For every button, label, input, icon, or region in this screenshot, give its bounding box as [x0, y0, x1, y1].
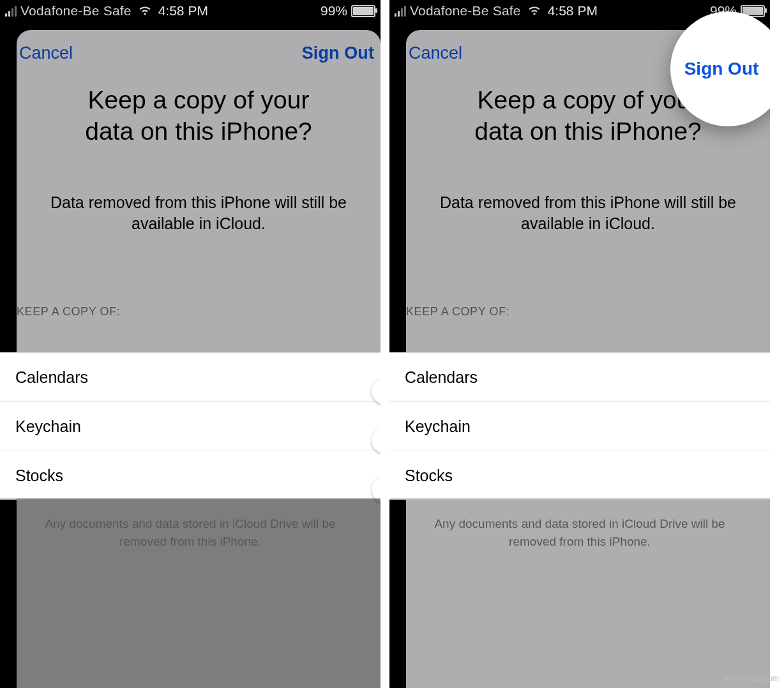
sheet-title: Keep a copy of your data on this iPhone?	[17, 76, 381, 147]
list-item-calendars: Calendars	[0, 353, 381, 401]
cellular-signal-icon	[5, 6, 17, 17]
wifi-icon	[527, 4, 541, 19]
keep-copy-list: Calendars Keychain Stocks	[389, 352, 770, 500]
watermark: www.deuaq.com	[723, 674, 779, 683]
clock-label: 4:58 PM	[548, 3, 598, 19]
cancel-button[interactable]: Cancel	[406, 40, 465, 67]
subtitle-line-1: Data removed from this iPhone will still…	[440, 193, 736, 211]
status-bar: Vodafone-Be Safe 4:58 PM 99%	[0, 0, 381, 22]
subtitle-line-2: available in iCloud.	[521, 214, 655, 232]
section-header: KEEP A COPY OF:	[17, 235, 381, 325]
keep-copy-list: Calendars Keychain Stocks	[0, 352, 381, 500]
sheet-footer: Any documents and data stored in iCloud …	[0, 498, 381, 550]
list-item-label: Stocks	[15, 467, 63, 485]
footer-line-1: Any documents and data stored in iCloud …	[45, 517, 335, 530]
battery-pct-label: 99%	[320, 3, 347, 19]
cancel-button[interactable]: Cancel	[17, 40, 75, 67]
list-item-label: Stocks	[405, 467, 453, 485]
list-item-label: Keychain	[405, 417, 471, 436]
sheet-subtitle: Data removed from this iPhone will still…	[406, 147, 770, 236]
sheet-nav: Cancel Sign Out	[17, 30, 381, 76]
subtitle-line-2: available in iCloud.	[132, 214, 266, 232]
clock-label: 4:58 PM	[158, 3, 208, 19]
list-item-label: Calendars	[405, 368, 478, 387]
battery-icon	[351, 5, 375, 17]
list-item-stocks: Stocks	[0, 451, 381, 500]
list-item-stocks: Stocks	[389, 451, 770, 500]
footer-line-2: removed from this iPhone.	[509, 535, 651, 548]
title-line-1: Keep a copy of your	[478, 86, 699, 114]
list-item-keychain: Keychain	[0, 401, 381, 451]
subtitle-line-1: Data removed from this iPhone will still…	[50, 193, 347, 211]
list-item-label: Keychain	[15, 417, 81, 436]
screenshot-right: Vodafone-Be Safe 4:58 PM 99% Cancel Sign…	[389, 0, 770, 688]
wifi-icon	[138, 4, 152, 19]
signout-button[interactable]: Sign Out	[684, 59, 759, 79]
sheet-footer: Any documents and data stored in iCloud …	[389, 498, 770, 550]
title-line-1: Keep a copy of your	[88, 86, 310, 114]
screenshot-left: Vodafone-Be Safe 4:58 PM 99% Cancel Sign…	[0, 0, 381, 688]
footer-line-1: Any documents and data stored in iCloud …	[434, 517, 725, 530]
title-line-2: data on this iPhone?	[474, 117, 702, 145]
list-item-label: Calendars	[15, 368, 88, 387]
carrier-label: Vodafone-Be Safe	[410, 3, 521, 19]
footer-line-2: removed from this iPhone.	[119, 535, 261, 548]
list-item-calendars: Calendars	[389, 353, 770, 401]
title-line-2: data on this iPhone?	[85, 117, 312, 145]
cellular-signal-icon	[395, 6, 406, 17]
signout-button[interactable]: Sign Out	[299, 40, 377, 67]
section-header: KEEP A COPY OF:	[406, 235, 770, 325]
list-item-keychain: Keychain	[389, 401, 770, 451]
carrier-label: Vodafone-Be Safe	[20, 3, 132, 19]
sheet-subtitle: Data removed from this iPhone will still…	[17, 147, 381, 236]
